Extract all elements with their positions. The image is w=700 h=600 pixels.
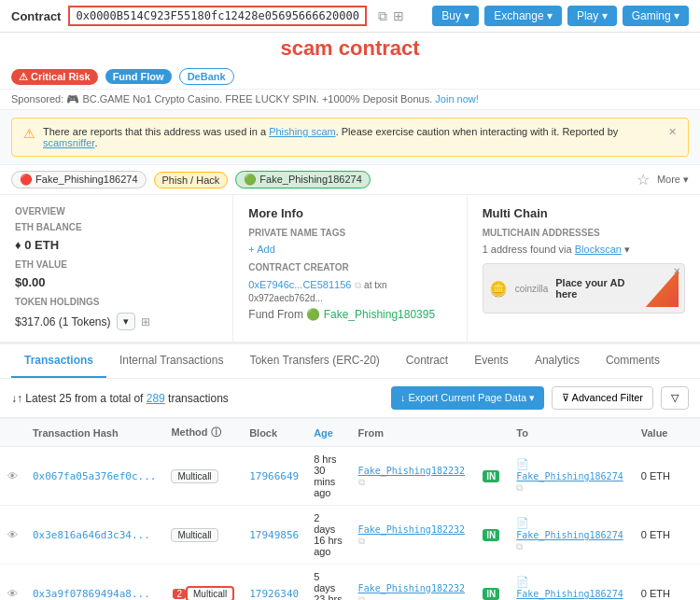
transactions-table: Transaction Hash Method ⓘ Block Age From…: [0, 418, 700, 600]
sponsor-icon: 🎮: [66, 93, 79, 105]
debank-tag[interactable]: DeBank: [179, 68, 234, 85]
table-header-row: Transaction Hash Method ⓘ Block Age From…: [0, 419, 700, 447]
private-tags-label: PRIVATE NAME TAGS: [248, 228, 451, 238]
block-link[interactable]: 17926340: [249, 588, 299, 600]
label-fake-phishing-1: 🔴 Fake_Phishing186274: [11, 171, 147, 188]
alert-close-button[interactable]: ✕: [668, 126, 677, 138]
contract-address: 0x0000B514C923F55180fc12428e056956666200…: [68, 6, 366, 26]
scamsniffer-link[interactable]: scamsniffer: [43, 137, 94, 148]
to-link[interactable]: Fake_Phishing186274: [516, 530, 623, 540]
tx-hash-link[interactable]: 0x067fa05a376ef0c...: [33, 470, 156, 482]
fund-from-row: Fund From 🟢 Fake_Phishing180395: [248, 308, 451, 321]
overview-card: Overview ETH BALANCE ♦ 0 ETH ETH VALUE $…: [0, 195, 233, 342]
qr-icon[interactable]: ⊞: [393, 8, 404, 24]
block-link[interactable]: 17966649: [249, 470, 299, 482]
token-dropdown[interactable]: ▾: [117, 313, 135, 330]
tab-internal-transactions[interactable]: Internal Transactions: [106, 344, 236, 378]
tab-analytics[interactable]: Analytics: [522, 344, 593, 378]
copy-to-icon[interactable]: ⧉: [516, 482, 523, 493]
to-link[interactable]: Fake_Phishing186274: [516, 589, 623, 599]
copy-to-icon[interactable]: ⧉: [516, 541, 523, 551]
from-cell: Fake_Phishing182232 ⧉: [351, 506, 474, 565]
label-phish-hack: Phish / Hack: [154, 172, 229, 188]
from-link[interactable]: Fake_Phishing182232: [358, 583, 465, 593]
token-holdings-value: $317.06 (1 Tokens): [15, 315, 111, 328]
buy-button[interactable]: Buy ▾: [432, 6, 479, 26]
export-button[interactable]: ↓ Export Current Page Data ▾: [391, 386, 544, 410]
copy-from-icon[interactable]: ⧉: [358, 594, 365, 601]
tx-hash-link[interactable]: 0x3e816a646d3c34...: [33, 529, 150, 541]
token-holdings-row: $317.06 (1 Tokens) ▾ ⊞: [15, 313, 217, 330]
eye-icon[interactable]: 👁: [7, 470, 18, 481]
block-link[interactable]: 17949856: [249, 529, 299, 541]
sponsored-link[interactable]: Join now!: [435, 93, 478, 105]
eye-cell: 👁: [0, 506, 25, 565]
from-link[interactable]: Fake_Phishing182232: [358, 466, 465, 476]
to-cell: 📄Fake_Phishing186274 ⧉: [509, 447, 633, 506]
tx-hash-link[interactable]: 0x3a9f07869494a8...: [33, 588, 150, 600]
tag-row: ⚠ Critical Risk Fund Flow DeBank: [0, 64, 700, 89]
ad-text: Place your AD here: [555, 277, 638, 300]
age-cell: 2 days 16 hrs ago: [306, 506, 350, 565]
gaming-button[interactable]: Gaming ▾: [623, 6, 689, 26]
table-row: 👁 0x3a9f07869494a8... 2Multicall 1792634…: [0, 565, 700, 601]
fund-from-value: 🟢 Fake_Phishing180395: [306, 308, 435, 321]
ad-close-button[interactable]: ✕: [673, 266, 680, 276]
tab-transactions[interactable]: Transactions: [11, 344, 106, 378]
transactions-section: ↓↑ Latest 25 from a total of 289 transac…: [0, 379, 700, 600]
scam-title: scam contract: [0, 33, 700, 64]
tab-contract[interactable]: Contract: [393, 344, 461, 378]
multi-chain-title: Multi Chain: [483, 206, 685, 220]
eth-balance-label: ETH BALANCE: [15, 222, 217, 232]
copy-creator-icon[interactable]: ⧉: [355, 280, 361, 290]
creator-address-link[interactable]: 0xE7946c...CE581156: [248, 279, 351, 290]
tabs-bar: Transactions Internal Transactions Token…: [0, 342, 700, 379]
exchange-button[interactable]: Exchange ▾: [484, 6, 562, 26]
token-holdings-label: TOKEN HOLDINGS: [15, 297, 217, 307]
advanced-filter-button[interactable]: ⊽ Advanced Filter: [552, 386, 653, 410]
more-info-card: More Info PRIVATE NAME TAGS + Add CONTRA…: [233, 195, 467, 342]
blockscan-link[interactable]: Blockscan: [575, 244, 622, 255]
fund-flow-tag[interactable]: Fund Flow: [105, 69, 172, 84]
labels-row: 🔴 Fake_Phishing186274 Phish / Hack 🟢 Fak…: [0, 164, 700, 194]
method-cell: Multicall: [163, 506, 242, 565]
eth-value: $0.00: [15, 275, 217, 289]
to-link[interactable]: Fake_Phishing186274: [516, 471, 623, 481]
add-tag-button[interactable]: + Add: [248, 244, 451, 255]
method-cell: Multicall: [163, 447, 242, 506]
hash-cell: 0x3a9f07869494a8...: [25, 565, 163, 601]
play-button[interactable]: Play ▾: [567, 6, 617, 26]
tx-total-link[interactable]: 289: [147, 392, 165, 405]
value-cell: 0 ETH: [634, 565, 700, 601]
hash-cell: 0x3e816a646d3c34...: [25, 506, 163, 565]
from-link[interactable]: Fake_Phishing182232: [358, 524, 465, 535]
method-badge-num: 2: [173, 589, 186, 599]
copy-from-icon[interactable]: ⧉: [358, 536, 365, 546]
header-icons: ⧉ ⊞: [378, 8, 404, 24]
copy-icon[interactable]: ⧉: [378, 8, 387, 24]
th-to: To: [509, 419, 633, 447]
contract-icon: 📄: [516, 517, 529, 528]
eye-icon[interactable]: 👁: [7, 529, 18, 540]
th-block: Block: [242, 419, 306, 447]
value-cell: 0 ETH: [634, 447, 700, 506]
phishing-link[interactable]: Phishing scam: [269, 126, 336, 137]
eye-cell: 👁: [0, 447, 25, 506]
copy-from-icon[interactable]: ⧉: [358, 477, 365, 487]
label-fake-phishing-2: 🟢 Fake_Phishing186274: [235, 171, 371, 188]
more-button[interactable]: More ▾: [657, 174, 689, 186]
star-button[interactable]: ☆: [637, 171, 650, 188]
multichain-addresses-value: 1 address found via Blockscan ▾: [483, 244, 685, 256]
fund-from-label: Fund From: [248, 308, 303, 321]
alert-text: There are reports that this address was …: [43, 126, 661, 148]
eye-icon[interactable]: 👁: [7, 588, 18, 599]
tab-events[interactable]: Events: [461, 344, 522, 378]
method-cell: 2Multicall: [163, 565, 242, 601]
page-header: Contract 0x0000B514C923F55180fc12428e056…: [0, 0, 700, 33]
th-from: From: [351, 419, 474, 447]
tab-token-transfers[interactable]: Token Transfers (ERC-20): [236, 344, 392, 378]
tab-comments[interactable]: Comments: [593, 344, 673, 378]
token-copy-icon[interactable]: ⊞: [141, 315, 150, 328]
filter-icon-button[interactable]: ▽: [661, 386, 689, 410]
contract-icon: 📄: [516, 458, 529, 469]
